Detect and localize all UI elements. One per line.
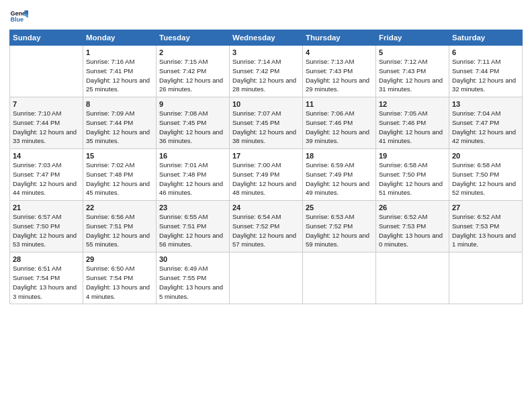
- calendar-cell: [10, 46, 83, 97]
- day-info: Sunrise: 6:58 AMSunset: 7:50 PMDaylight:…: [452, 161, 519, 197]
- calendar-cell: 29Sunrise: 6:50 AMSunset: 7:54 PMDayligh…: [83, 253, 157, 304]
- day-info: Sunrise: 6:57 AMSunset: 7:50 PMDaylight:…: [13, 212, 80, 249]
- day-number: 8: [86, 100, 153, 108]
- day-info: Sunrise: 6:52 AMSunset: 7:53 PMDaylight:…: [379, 212, 446, 249]
- column-header-wednesday: Wednesday: [230, 30, 303, 46]
- column-header-sunday: Sunday: [10, 30, 83, 46]
- calendar-cell: [376, 253, 449, 304]
- day-info: Sunrise: 6:50 AMSunset: 7:54 PMDaylight:…: [86, 264, 153, 301]
- calendar-cell: 11Sunrise: 7:06 AMSunset: 7:46 PMDayligh…: [303, 97, 376, 149]
- day-number: 19: [379, 152, 446, 160]
- day-info: Sunrise: 7:01 AMSunset: 7:48 PMDaylight:…: [159, 161, 226, 197]
- calendar-cell: [449, 253, 523, 304]
- day-info: Sunrise: 7:08 AMSunset: 7:45 PMDaylight:…: [159, 109, 226, 146]
- day-number: 14: [13, 152, 80, 160]
- column-header-saturday: Saturday: [449, 30, 523, 46]
- day-number: 3: [232, 48, 300, 56]
- calendar-cell: 6Sunrise: 7:11 AMSunset: 7:44 PMDaylight…: [449, 46, 523, 97]
- day-number: 7: [13, 100, 80, 108]
- day-number: 20: [452, 152, 519, 160]
- calendar-cell: 5Sunrise: 7:12 AMSunset: 7:43 PMDaylight…: [376, 46, 449, 97]
- calendar-cell: 14Sunrise: 7:03 AMSunset: 7:47 PMDayligh…: [10, 149, 83, 201]
- calendar-cell: 25Sunrise: 6:53 AMSunset: 7:52 PMDayligh…: [303, 201, 376, 253]
- day-info: Sunrise: 7:11 AMSunset: 7:44 PMDaylight:…: [452, 57, 519, 94]
- day-info: Sunrise: 6:49 AMSunset: 7:55 PMDaylight:…: [159, 264, 226, 301]
- day-info: Sunrise: 7:06 AMSunset: 7:46 PMDaylight:…: [306, 109, 373, 146]
- column-header-thursday: Thursday: [303, 30, 376, 46]
- calendar-cell: 24Sunrise: 6:54 AMSunset: 7:52 PMDayligh…: [230, 201, 303, 253]
- week-row-4: 21Sunrise: 6:57 AMSunset: 7:50 PMDayligh…: [10, 201, 523, 253]
- day-number: 9: [159, 100, 226, 108]
- day-info: Sunrise: 7:13 AMSunset: 7:43 PMDaylight:…: [306, 57, 373, 94]
- day-info: Sunrise: 6:55 AMSunset: 7:51 PMDaylight:…: [159, 212, 226, 249]
- column-header-friday: Friday: [376, 30, 449, 46]
- day-info: Sunrise: 7:14 AMSunset: 7:42 PMDaylight:…: [232, 57, 300, 94]
- day-number: 25: [306, 203, 373, 212]
- column-header-tuesday: Tuesday: [157, 30, 230, 46]
- calendar-cell: 12Sunrise: 7:05 AMSunset: 7:46 PMDayligh…: [376, 97, 449, 149]
- calendar-cell: 16Sunrise: 7:01 AMSunset: 7:48 PMDayligh…: [157, 149, 230, 201]
- logo-icon: General Blue: [9, 7, 28, 26]
- day-number: 28: [13, 255, 80, 263]
- day-info: Sunrise: 7:07 AMSunset: 7:45 PMDaylight:…: [232, 109, 300, 146]
- day-number: 2: [159, 48, 226, 56]
- day-number: 13: [452, 100, 519, 108]
- day-number: 29: [86, 255, 153, 263]
- day-info: Sunrise: 7:00 AMSunset: 7:49 PMDaylight:…: [232, 161, 300, 197]
- calendar-cell: 21Sunrise: 6:57 AMSunset: 7:50 PMDayligh…: [10, 201, 83, 253]
- day-number: 21: [13, 203, 80, 212]
- day-number: 11: [306, 100, 373, 108]
- day-info: Sunrise: 7:15 AMSunset: 7:42 PMDaylight:…: [159, 57, 226, 94]
- calendar-cell: 30Sunrise: 6:49 AMSunset: 7:55 PMDayligh…: [157, 253, 230, 304]
- calendar-cell: 27Sunrise: 6:52 AMSunset: 7:53 PMDayligh…: [449, 201, 523, 253]
- calendar-cell: [230, 253, 303, 304]
- calendar-cell: 2Sunrise: 7:15 AMSunset: 7:42 PMDaylight…: [157, 46, 230, 97]
- day-info: Sunrise: 6:53 AMSunset: 7:52 PMDaylight:…: [306, 212, 373, 249]
- calendar-cell: 26Sunrise: 6:52 AMSunset: 7:53 PMDayligh…: [376, 201, 449, 253]
- day-number: 24: [232, 203, 300, 212]
- day-info: Sunrise: 6:54 AMSunset: 7:52 PMDaylight:…: [232, 212, 300, 249]
- week-row-3: 14Sunrise: 7:03 AMSunset: 7:47 PMDayligh…: [10, 149, 523, 201]
- calendar-cell: 28Sunrise: 6:51 AMSunset: 7:54 PMDayligh…: [10, 253, 83, 304]
- calendar-cell: 8Sunrise: 7:09 AMSunset: 7:44 PMDaylight…: [83, 97, 157, 149]
- day-number: 30: [159, 255, 226, 263]
- calendar-cell: 4Sunrise: 7:13 AMSunset: 7:43 PMDaylight…: [303, 46, 376, 97]
- day-info: Sunrise: 7:05 AMSunset: 7:46 PMDaylight:…: [379, 109, 446, 146]
- logo: General Blue: [9, 7, 32, 26]
- calendar-cell: 23Sunrise: 6:55 AMSunset: 7:51 PMDayligh…: [157, 201, 230, 253]
- week-row-1: 1Sunrise: 7:16 AMSunset: 7:41 PMDaylight…: [10, 46, 523, 97]
- calendar-cell: 7Sunrise: 7:10 AMSunset: 7:44 PMDaylight…: [10, 97, 83, 149]
- day-info: Sunrise: 7:09 AMSunset: 7:44 PMDaylight:…: [86, 109, 153, 146]
- calendar-cell: [303, 253, 376, 304]
- day-number: 26: [379, 203, 446, 212]
- calendar-cell: 20Sunrise: 6:58 AMSunset: 7:50 PMDayligh…: [449, 149, 523, 201]
- day-number: 17: [232, 152, 300, 160]
- day-number: 1: [86, 48, 153, 56]
- day-number: 23: [159, 203, 226, 212]
- day-info: Sunrise: 7:02 AMSunset: 7:48 PMDaylight:…: [86, 161, 153, 197]
- day-number: 4: [306, 48, 373, 56]
- day-info: Sunrise: 7:04 AMSunset: 7:47 PMDaylight:…: [452, 109, 519, 146]
- day-info: Sunrise: 7:03 AMSunset: 7:47 PMDaylight:…: [13, 161, 80, 197]
- day-info: Sunrise: 7:10 AMSunset: 7:44 PMDaylight:…: [13, 109, 80, 146]
- header: General Blue: [9, 7, 523, 26]
- calendar-cell: 13Sunrise: 7:04 AMSunset: 7:47 PMDayligh…: [449, 97, 523, 149]
- calendar-cell: 22Sunrise: 6:56 AMSunset: 7:51 PMDayligh…: [83, 201, 157, 253]
- day-number: 10: [232, 100, 300, 108]
- week-row-2: 7Sunrise: 7:10 AMSunset: 7:44 PMDaylight…: [10, 97, 523, 149]
- day-number: 27: [452, 203, 519, 212]
- calendar-cell: 15Sunrise: 7:02 AMSunset: 7:48 PMDayligh…: [83, 149, 157, 201]
- day-info: Sunrise: 7:16 AMSunset: 7:41 PMDaylight:…: [86, 57, 153, 94]
- day-number: 12: [379, 100, 446, 108]
- calendar-page: General Blue SundayMondayTuesdayWednesda…: [0, 0, 532, 411]
- day-info: Sunrise: 6:51 AMSunset: 7:54 PMDaylight:…: [13, 264, 80, 301]
- week-row-5: 28Sunrise: 6:51 AMSunset: 7:54 PMDayligh…: [10, 253, 523, 304]
- day-number: 22: [86, 203, 153, 212]
- day-number: 6: [452, 48, 519, 56]
- day-number: 18: [306, 152, 373, 160]
- day-info: Sunrise: 7:12 AMSunset: 7:43 PMDaylight:…: [379, 57, 446, 94]
- header-row: SundayMondayTuesdayWednesdayThursdayFrid…: [10, 30, 523, 46]
- calendar-cell: 3Sunrise: 7:14 AMSunset: 7:42 PMDaylight…: [230, 46, 303, 97]
- day-number: 15: [86, 152, 153, 160]
- calendar-cell: 9Sunrise: 7:08 AMSunset: 7:45 PMDaylight…: [157, 97, 230, 149]
